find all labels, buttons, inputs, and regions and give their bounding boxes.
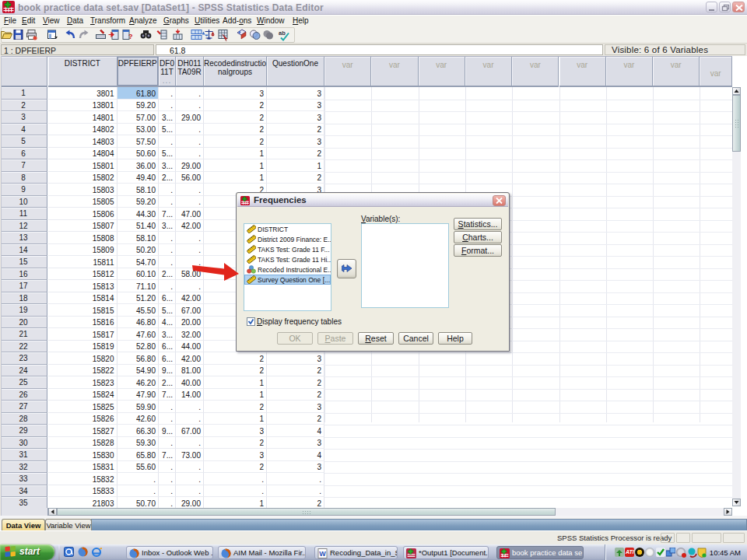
svg-text:ab: ab (279, 30, 286, 37)
svg-text:?: ? (128, 33, 133, 40)
svg-text:W: W (319, 550, 326, 558)
